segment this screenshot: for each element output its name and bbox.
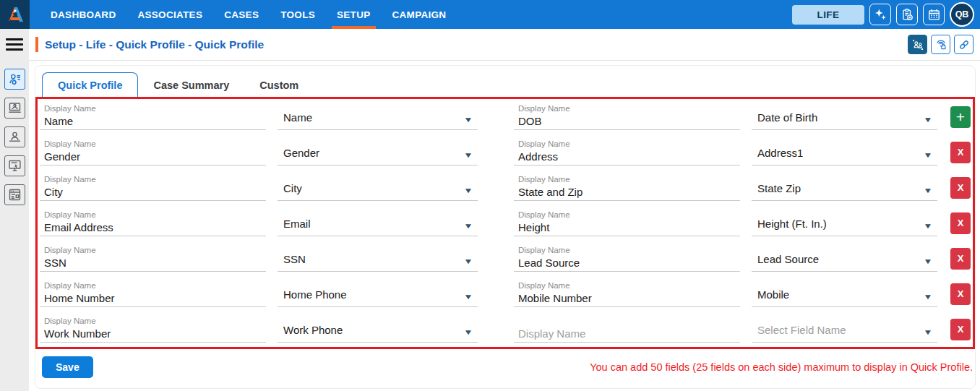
remove-row-button[interactable]: X (950, 177, 971, 199)
display-name-input[interactable] (44, 256, 262, 269)
chevron-down-icon: ▼ (463, 186, 473, 194)
chevron-down-icon: ▼ (463, 222, 473, 230)
selected-field-value: Height (Ft. In.) (757, 218, 827, 230)
remove-row-button[interactable]: X (950, 212, 971, 234)
chevron-down-icon: ▼ (923, 328, 932, 336)
field-name-select[interactable]: City ▼ (278, 172, 478, 201)
nav-item-cases[interactable]: CASES (213, 0, 270, 29)
display-name-label: Display Name (44, 210, 262, 219)
display-name-label: Display Name (518, 175, 736, 184)
display-name-input[interactable] (518, 291, 736, 304)
nav-item-dashboard[interactable]: DASHBOARD (40, 0, 126, 29)
field-row: Display Name Gender ▼ Display Name Addre… (40, 134, 971, 170)
display-name-input[interactable] (518, 327, 736, 340)
field-name-select[interactable]: Height (Ft. In.) ▼ (752, 207, 937, 236)
display-name-input[interactable] (518, 185, 736, 198)
display-name-label: Display Name (44, 175, 262, 184)
sparkles-icon[interactable] (869, 4, 891, 25)
display-name-input[interactable] (518, 256, 736, 269)
field-row: Display Name Work Phone ▼ Select Field N… (40, 311, 971, 347)
display-name-label: Display Name (44, 139, 262, 148)
header-bar: Setup - Life - Quick Profile - Quick Pro… (0, 29, 980, 61)
display-name-field: Display Name (40, 101, 266, 130)
field-name-select[interactable]: State Zip ▼ (752, 172, 937, 201)
display-name-field: Display Name (40, 278, 266, 307)
selected-field-value: Lead Source (757, 253, 819, 265)
hamburger-menu-icon[interactable] (0, 29, 29, 61)
associates-group-icon[interactable] (908, 35, 927, 54)
save-button[interactable]: Save (42, 356, 93, 378)
web-form-icon[interactable] (4, 184, 25, 205)
logo-icon (5, 4, 25, 25)
display-name-label: Display Name (44, 246, 262, 254)
field-name-select[interactable]: Lead Source ▼ (752, 243, 937, 272)
fingerprint-auth-icon[interactable] (931, 35, 950, 54)
nav-item-associates[interactable]: ASSOCIATES (126, 0, 213, 29)
app-logo[interactable] (0, 0, 30, 29)
chevron-down-icon: ▼ (923, 151, 932, 159)
chevron-down-icon: ▼ (463, 151, 473, 159)
field-name-select[interactable]: Mobile ▼ (752, 278, 937, 307)
display-name-input[interactable] (44, 114, 262, 127)
tab-quick-profile[interactable]: Quick Profile (42, 72, 138, 97)
remove-row-button[interactable]: X (950, 142, 971, 163)
display-name-input[interactable] (518, 150, 736, 163)
tab-custom[interactable]: Custom (244, 73, 314, 97)
field-name-select[interactable]: Name ▼ (278, 101, 478, 130)
monitor-click-icon[interactable] (4, 155, 25, 176)
user-avatar[interactable]: QB (950, 2, 974, 27)
main-content: Quick ProfileCase SummaryCustom Display … (29, 61, 980, 391)
field-name-select[interactable]: Address1 ▼ (752, 137, 937, 166)
field-row: Display Name Email ▼ Display Name Height… (40, 205, 971, 241)
chevron-down-icon: ▼ (923, 116, 932, 124)
nav-item-setup[interactable]: SETUP (326, 0, 382, 29)
nav-right-actions: LIFE QB (792, 0, 980, 29)
link-icon[interactable] (954, 35, 973, 54)
panel-footer: Save You can add 50 fields (25 fields on… (35, 356, 975, 378)
field-row: Display Name SSN ▼ Display Name Lead Sou… (40, 241, 971, 276)
max-fields-note: You can add 50 fields (25 fields on each… (590, 361, 973, 373)
chevron-down-icon: ▼ (463, 293, 473, 301)
display-name-input[interactable] (44, 327, 262, 340)
header-actions (908, 35, 980, 54)
chevron-down-icon: ▼ (923, 257, 932, 265)
selected-field-value: Select Field Name (757, 324, 846, 336)
life-mode-button[interactable]: LIFE (792, 5, 864, 25)
display-name-input[interactable] (44, 291, 262, 304)
user-laptop-icon[interactable] (4, 126, 25, 147)
tab-case-summary[interactable]: Case Summary (138, 73, 244, 97)
remove-row-button[interactable]: X (950, 283, 971, 305)
display-name-field: Display Name (514, 207, 740, 236)
field-name-select[interactable]: SSN ▼ (278, 243, 478, 272)
display-name-input[interactable] (518, 114, 736, 127)
nav-item-tools[interactable]: TOOLS (270, 0, 326, 29)
display-name-field: Display Name (40, 243, 266, 272)
field-name-select[interactable]: Work Phone ▼ (278, 314, 478, 343)
display-name-input[interactable] (44, 150, 262, 163)
clipboard-add-icon[interactable] (896, 4, 918, 25)
display-name-field: Display Name (514, 278, 740, 307)
display-name-label: Display Name (518, 281, 736, 290)
remove-row-button[interactable]: X (950, 248, 971, 270)
selected-field-value: City (283, 182, 302, 194)
display-name-input[interactable] (518, 220, 736, 233)
display-name-field: Display Name (514, 172, 740, 201)
screen-share-icon[interactable] (4, 98, 25, 119)
selected-field-value: Home Phone (283, 288, 347, 301)
field-name-select[interactable]: Email ▼ (278, 207, 478, 236)
display-name-input[interactable] (44, 220, 262, 233)
left-sidebar (0, 61, 29, 391)
field-name-select[interactable]: Date of Birth ▼ (752, 101, 937, 130)
field-name-select[interactable]: Gender ▼ (278, 137, 478, 166)
field-name-select[interactable]: Select Field Name ▼ (752, 314, 937, 343)
chevron-down-icon: ▼ (463, 328, 473, 336)
display-name-input[interactable] (44, 185, 262, 198)
remove-row-button[interactable]: X (950, 319, 971, 340)
selected-field-value: Work Phone (283, 324, 343, 336)
add-row-button[interactable]: + (950, 106, 971, 128)
nav-item-campaign[interactable]: CAMPAIGN (382, 0, 457, 29)
chevron-down-icon: ▼ (923, 222, 932, 230)
field-name-select[interactable]: Home Phone ▼ (278, 278, 478, 307)
profile-settings-icon[interactable] (4, 69, 25, 90)
calendar-icon[interactable] (923, 4, 945, 25)
